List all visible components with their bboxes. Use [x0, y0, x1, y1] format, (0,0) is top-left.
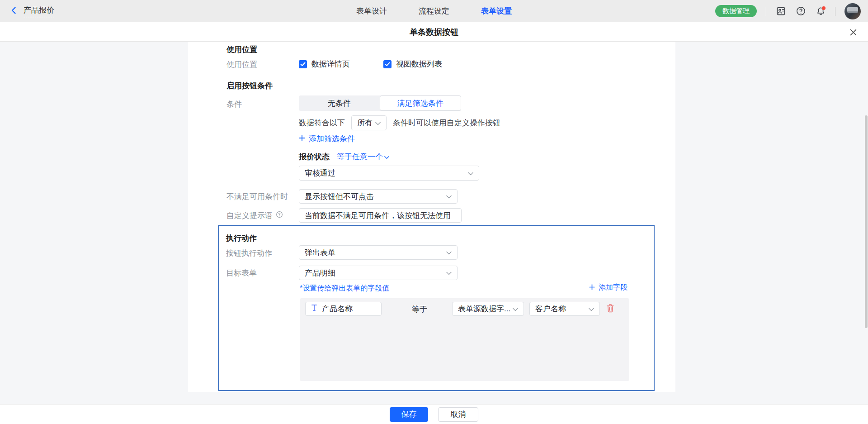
- chevron-down-icon: [384, 152, 389, 162]
- filter-field-name: 报价状态: [299, 152, 330, 162]
- filter-operator-select[interactable]: 等于任意一个: [337, 152, 389, 162]
- navbar-divider: [835, 7, 835, 16]
- match-prefix-text: 数据符合以下: [299, 118, 345, 128]
- segment-no-condition[interactable]: 无条件: [299, 95, 380, 111]
- text-field-icon: [311, 304, 317, 314]
- scrollbar-thumb[interactable]: [865, 115, 868, 328]
- help-icon[interactable]: [795, 6, 806, 17]
- usage-row-label: 使用位置: [226, 59, 257, 70]
- user-avatar[interactable]: [844, 3, 861, 19]
- match-rule-row: 数据符合以下 所有 条件时可以使用自定义操作按钮: [299, 115, 500, 130]
- chevron-down-icon: [513, 305, 518, 314]
- tab-form-settings[interactable]: 表单设置: [481, 6, 512, 16]
- action-section-header: 执行动作: [226, 233, 257, 243]
- tip-label-row: 自定义提示语: [226, 210, 283, 221]
- mapping-source-type-select[interactable]: 表单源数据字...: [452, 302, 524, 316]
- chevron-down-icon: [446, 248, 452, 257]
- dialog-header: 单条数据按钮: [0, 22, 868, 42]
- tip-text-input[interactable]: 当前数据不满足可用条件，该按钮无法使用: [299, 208, 462, 223]
- condition-segmented-control: 无条件 满足筛选条件: [299, 95, 461, 111]
- cancel-button[interactable]: 取消: [438, 407, 478, 422]
- filter-condition-row: 报价状态 等于任意一个: [299, 152, 389, 162]
- segment-filter-condition[interactable]: 满足筛选条件: [380, 95, 462, 111]
- checkbox-checked-icon: [299, 60, 307, 68]
- tab-form-design[interactable]: 表单设计: [356, 6, 387, 16]
- delete-mapping-icon[interactable]: [606, 304, 614, 314]
- checkbox-data-detail-page[interactable]: 数据详情页: [299, 59, 350, 69]
- match-suffix-text: 条件时可以使用自定义操作按钮: [393, 118, 500, 128]
- navbar-divider: [766, 7, 766, 16]
- field-mapping-note: *设置传给弹出表单的字段值: [300, 284, 389, 293]
- notification-bell-icon[interactable]: [815, 6, 826, 17]
- condition-section-header: 启用按钮条件: [226, 81, 273, 91]
- top-navbar: 产品报价 表单设计 流程设定 表单设置 数据管理: [0, 0, 868, 22]
- tip-label: 自定义提示语: [226, 210, 273, 221]
- field-mapping-panel: 产品名称 等于 表单源数据字... 客户名称: [300, 298, 629, 381]
- mapping-target-field[interactable]: 产品名称: [305, 302, 382, 316]
- plus-icon: [299, 134, 305, 143]
- chevron-down-icon: [468, 169, 473, 178]
- dialog-footer: 保存 取消: [0, 404, 868, 424]
- dialog-title: 单条数据按钮: [0, 22, 868, 42]
- close-icon[interactable]: [848, 27, 858, 37]
- add-field-link[interactable]: 添加字段: [589, 283, 627, 292]
- action-type-label: 按钮执行动作: [226, 248, 272, 258]
- condition-row-label: 条件: [226, 99, 242, 110]
- help-circle-icon[interactable]: [276, 211, 283, 220]
- target-form-select[interactable]: 产品明细: [299, 266, 458, 280]
- notification-badge: [822, 6, 826, 10]
- tab-flow-setting[interactable]: 流程设定: [419, 6, 449, 16]
- chevron-down-icon: [446, 268, 452, 277]
- chevron-down-icon: [589, 305, 594, 314]
- add-filter-condition-link[interactable]: 添加筛选条件: [299, 133, 355, 144]
- checkbox-view-data-list[interactable]: 视图数据列表: [383, 59, 442, 69]
- mapping-source-field-select[interactable]: 客户名称: [529, 302, 600, 316]
- settings-panel: 使用位置 使用位置 数据详情页 视图数据列表 启用按钮条件 条件 无条件 满足筛…: [188, 42, 675, 392]
- chevron-down-icon: [375, 119, 381, 128]
- dialog-body: 使用位置 使用位置 数据详情页 视图数据列表 启用按钮条件 条件 无条件 满足筛…: [0, 42, 868, 404]
- match-mode-select[interactable]: 所有: [351, 115, 387, 130]
- usage-checkbox-group: 数据详情页 视图数据列表: [299, 59, 442, 69]
- chevron-down-icon: [446, 192, 452, 201]
- action-type-select[interactable]: 弹出表单: [299, 245, 458, 260]
- contacts-icon[interactable]: [775, 6, 786, 17]
- not-met-label: 不满足可用条件时: [226, 191, 288, 202]
- usage-section-header: 使用位置: [226, 44, 257, 55]
- mapping-operator: 等于: [412, 304, 427, 314]
- checkbox-checked-icon: [383, 60, 392, 68]
- save-button[interactable]: 保存: [390, 407, 428, 422]
- data-manage-button[interactable]: 数据管理: [715, 5, 757, 17]
- action-section-box: 执行动作 按钮执行动作 弹出表单 目标表单 产品明细 *设置传给弹出表单的字段值: [218, 225, 655, 391]
- plus-icon: [589, 284, 595, 292]
- filter-value-select[interactable]: 审核通过: [299, 166, 479, 181]
- target-form-label: 目标表单: [226, 268, 257, 278]
- not-met-select[interactable]: 显示按钮但不可点击: [299, 189, 458, 204]
